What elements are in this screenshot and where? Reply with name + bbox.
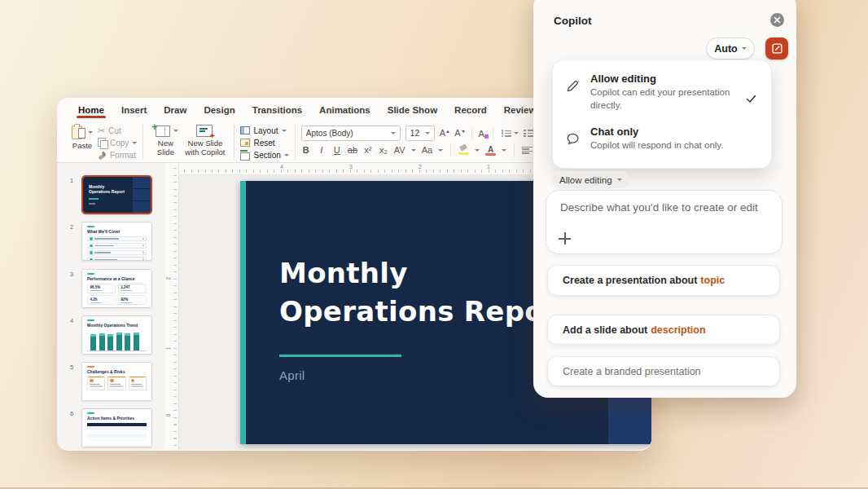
- new-slide-with-copilot-button[interactable]: ✦ New Slidewith Copilot: [182, 122, 228, 161]
- tab-transitions[interactable]: Transitions: [252, 105, 302, 120]
- chevron-down-icon: [284, 154, 289, 156]
- chevron-down-icon: [282, 130, 287, 132]
- menu-item-allow-editing[interactable]: Allow editing Copilot can edit your pres…: [564, 71, 760, 113]
- copy-button[interactable]: Copy: [98, 138, 137, 148]
- new-slide-copilot-icon: ✦: [196, 124, 214, 138]
- plus-icon[interactable]: [559, 232, 571, 244]
- chevron-down-icon: [391, 132, 396, 134]
- thumbnail-slide-5[interactable]: 5 Challenges & Risks: [81, 362, 152, 401]
- thumbnail-slide-4[interactable]: 4 Monthly Operations Trend: [81, 315, 152, 355]
- copilot-title: Copilot: [554, 15, 592, 27]
- prompt-placeholder: Describe what you'd like to create or ed…: [560, 201, 768, 214]
- suggestion-add-slide[interactable]: Add a slide about description: [547, 315, 780, 345]
- tab-slide-show[interactable]: Slide Show: [388, 105, 437, 120]
- tab-animations[interactable]: Animations: [319, 105, 370, 120]
- new-slide-icon: +: [152, 124, 170, 138]
- vertical-ruler: 2 1 0: [165, 163, 179, 450]
- layout-icon: [240, 126, 250, 134]
- thumbnail-slide-1[interactable]: 1 Monthly Operations Report: [81, 175, 152, 214]
- font-color-button[interactable]: A: [485, 145, 496, 155]
- close-icon: [774, 16, 781, 24]
- auto-dropdown[interactable]: Auto: [706, 37, 755, 59]
- slide-accent-bar: [240, 181, 246, 444]
- chevron-down-icon: [173, 130, 178, 132]
- slide-subtitle[interactable]: April: [279, 368, 305, 382]
- compose-button[interactable]: [765, 37, 788, 59]
- menu-item-chat-only[interactable]: Chat only Copilot will respond in chat o…: [564, 124, 760, 154]
- thumbnail-slide-3[interactable]: 3 Performance at a Glance 96.5% 1,247 4.…: [81, 269, 152, 308]
- font-name-select[interactable]: Aptos (Body): [301, 126, 401, 141]
- copilot-mode-menu: Allow editing Copilot can edit your pres…: [552, 59, 772, 169]
- clear-formatting-button[interactable]: A: [479, 129, 484, 139]
- chevron-down-icon: [438, 149, 443, 152]
- font-size-select[interactable]: 12: [406, 126, 435, 141]
- layout-button[interactable]: Layout: [240, 126, 288, 135]
- pencil-icon: [566, 79, 580, 93]
- tab-draw[interactable]: Draw: [164, 105, 186, 120]
- new-slide-button[interactable]: + NewSlide: [149, 122, 182, 161]
- subscript-button[interactable]: x₂: [379, 145, 388, 155]
- format-painter-icon: [98, 151, 107, 160]
- cut-icon: ✂: [98, 126, 105, 135]
- prompt-input[interactable]: Describe what you'd like to create or ed…: [546, 190, 783, 254]
- chevron-down-icon: [475, 149, 480, 152]
- chevron-down-icon: [742, 47, 747, 50]
- format-painter-button[interactable]: Format: [98, 151, 137, 161]
- reset-icon: [240, 139, 250, 147]
- chat-bubble-icon: [566, 132, 580, 146]
- tab-home[interactable]: Home: [78, 105, 104, 120]
- slide-thumbnail-pane[interactable]: 1 Monthly Operations Report 2 What We'll…: [57, 163, 165, 450]
- numbered-list-icon: [524, 129, 534, 138]
- bullet-list-button[interactable]: [502, 129, 519, 138]
- increase-font-button[interactable]: A: [440, 129, 449, 138]
- underline-button[interactable]: U: [332, 145, 342, 155]
- copy-icon: [98, 138, 107, 148]
- checkmark-icon: [746, 92, 756, 107]
- align-left-button[interactable]: [522, 146, 533, 155]
- tab-record[interactable]: Record: [454, 105, 487, 120]
- italic-button[interactable]: I: [317, 145, 327, 155]
- chevron-down-icon: [617, 178, 622, 181]
- section-icon: [240, 152, 250, 161]
- highlight-color-button[interactable]: [458, 145, 469, 155]
- copilot-panel: Copilot Auto Allow editing Copilot can e…: [533, 0, 796, 398]
- slide-title-underline: [279, 355, 401, 357]
- reset-button[interactable]: Reset: [240, 138, 288, 148]
- paste-icon: [72, 124, 85, 140]
- chevron-down-icon: [132, 142, 137, 144]
- superscript-button[interactable]: x²: [363, 145, 373, 155]
- tab-design[interactable]: Design: [204, 105, 235, 120]
- mode-chip-allow-editing[interactable]: Allow editing: [552, 171, 629, 188]
- slide-title[interactable]: Monthly Operations Report: [279, 254, 572, 331]
- character-spacing-button[interactable]: AV: [394, 145, 406, 155]
- chevron-down-icon: [411, 149, 416, 152]
- chevron-down-icon: [425, 132, 430, 134]
- chevron-down-icon: [514, 132, 519, 134]
- cut-button[interactable]: ✂ Cut: [98, 126, 137, 135]
- bullet-list-icon: [502, 129, 512, 138]
- section-button[interactable]: Section: [240, 151, 288, 161]
- suggestion-create-presentation[interactable]: Create a presentation about topic: [547, 265, 780, 296]
- close-button[interactable]: [770, 13, 784, 27]
- chevron-down-icon: [502, 149, 506, 152]
- suggestion-branded-presentation[interactable]: Create a branded presentation: [547, 356, 780, 386]
- paste-button[interactable]: Paste: [67, 122, 98, 161]
- decrease-font-button[interactable]: A: [454, 129, 464, 138]
- compose-icon: [772, 43, 783, 54]
- thumbnail-slide-6[interactable]: 6 Action Items & Priorities: [81, 408, 152, 447]
- change-case-button[interactable]: Aa: [422, 145, 432, 155]
- tab-insert[interactable]: Insert: [121, 105, 147, 120]
- bold-button[interactable]: B: [301, 145, 311, 155]
- thumbnail-slide-2[interactable]: 2 What We'll Cover: [81, 222, 152, 261]
- chevron-down-icon: [88, 131, 93, 134]
- tab-review[interactable]: Review: [504, 105, 537, 120]
- strikethrough-button[interactable]: ab: [348, 145, 357, 155]
